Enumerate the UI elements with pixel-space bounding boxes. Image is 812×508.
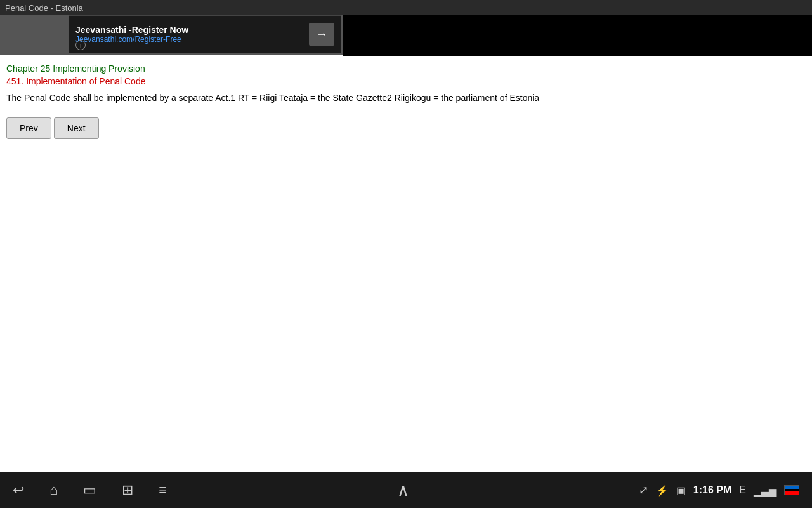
ad-arrow-button[interactable]: →: [309, 23, 334, 46]
main-content: Chapter 25 Implementing Provision 451. I…: [0, 56, 812, 476]
bottom-nav-center: ∧: [397, 481, 409, 500]
expand-icon[interactable]: ⤢: [639, 483, 648, 497]
bottom-nav-right: ⤢ ⚡ ▣ 1:16 PM E ▁▃▅: [639, 483, 799, 497]
title-bar: Penal Code - Estonia: [0, 0, 812, 15]
lang-indicator: E: [739, 485, 746, 496]
qr-icon[interactable]: ⊞: [122, 482, 133, 498]
ad-banner[interactable]: Jeevansathi -Register Now Jeevansathi.co…: [69, 15, 341, 53]
flag-icon: [784, 485, 799, 495]
status-time: 1:16 PM: [693, 485, 731, 496]
up-icon[interactable]: ∧: [397, 481, 409, 500]
next-button[interactable]: Next: [54, 117, 99, 139]
ad-url: Jeevansathi.com/Register-Free: [75, 35, 188, 44]
section-text: The Penal Code shall be implemented by a…: [6, 91, 806, 105]
recent-apps-icon[interactable]: ▭: [83, 482, 96, 498]
usb-icon: ⚡: [656, 485, 669, 497]
bottom-nav-left: ↩ ⌂ ▭ ⊞ ≡: [13, 482, 167, 498]
screenshot-icon: ▣: [676, 485, 686, 497]
home-icon[interactable]: ⌂: [49, 482, 58, 498]
nav-buttons: Prev Next: [6, 117, 806, 139]
section-heading: 451. Implementation of Penal Code: [6, 76, 806, 86]
ad-info-icon: i: [75, 40, 86, 50]
app-title: Penal Code - Estonia: [5, 3, 83, 13]
signal-icon: ▁▃▅: [754, 485, 776, 497]
chapter-heading: Chapter 25 Implementing Provision: [6, 64, 806, 74]
prev-button[interactable]: Prev: [6, 117, 51, 139]
ad-title: Jeevansathi -Register Now: [75, 25, 188, 35]
back-icon[interactable]: ↩: [13, 482, 24, 498]
ad-content: Jeevansathi -Register Now Jeevansathi.co…: [75, 25, 188, 44]
bottom-bar: ↩ ⌂ ▭ ⊞ ≡ ∧ ⤢ ⚡ ▣ 1:16 PM E ▁▃▅: [0, 472, 812, 508]
menu-icon[interactable]: ≡: [159, 482, 167, 498]
